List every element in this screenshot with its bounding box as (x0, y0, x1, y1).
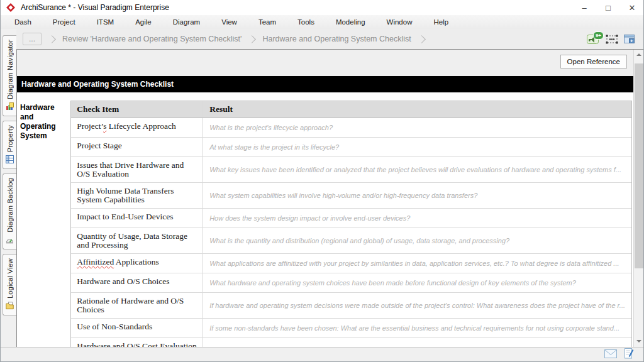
sidebar: Diagram Navigator Property Diagram Backl… (0, 29, 16, 347)
menu-modeling[interactable]: Modeling (325, 15, 376, 29)
chevron-right-icon (418, 35, 426, 43)
chevron-right-icon (248, 35, 257, 43)
menu-view[interactable]: View (211, 15, 248, 29)
result-cell[interactable]: How does the system design impact or inv… (203, 209, 631, 228)
breadcrumb: ... Review 'Hardware and Operating Syste… (16, 29, 644, 49)
menu-team[interactable]: Team (248, 15, 287, 29)
scrollbar-thumb[interactable] (635, 63, 643, 268)
check-item-cell[interactable]: Affinitized Applications (71, 254, 203, 273)
result-cell[interactable]: What is the project's lifecycle approach… (203, 118, 631, 137)
check-item-cell[interactable]: Quantity of Usage, Data Storage and Proc… (71, 228, 203, 253)
menu-diagram[interactable]: Diagram (162, 15, 211, 29)
table-row: Quantity of Usage, Data Storage and Proc… (71, 228, 631, 254)
close-button[interactable]: ✕ (620, 0, 644, 15)
table-row: Hardware and O/S Cost Evaluation Process… (71, 338, 631, 347)
breadcrumb-current-item[interactable]: Hardware and Operating System Checklist (262, 35, 411, 43)
panel-window-icon[interactable] (624, 35, 635, 44)
result-cell[interactable]: What is the quantity and distribution (r… (203, 228, 631, 253)
menu-help[interactable]: Help (423, 15, 459, 29)
logical-view-icon (6, 301, 14, 312)
breadcrumb-review-item[interactable]: Review 'Hardware and Operating System Ch… (62, 35, 242, 43)
table-row: Impact to End-User Devices How does the … (71, 209, 631, 228)
menu-project[interactable]: Project (42, 15, 86, 29)
fit-bounds-icon[interactable] (606, 35, 618, 44)
table-row: High Volume Data Transfers System Capabi… (71, 183, 631, 209)
chevron-right-icon (48, 35, 56, 43)
scroll-up-button[interactable] (634, 50, 644, 60)
column-header-check-item: Check Item (71, 101, 203, 118)
checklist-title-bar: Hardware and Operating System Checklist (17, 76, 633, 92)
check-item-cell[interactable]: High Volume Data Transfers System Capabi… (71, 183, 203, 208)
menu-window[interactable]: Window (376, 15, 423, 29)
mail-icon[interactable] (604, 349, 617, 361)
spellcheck-flag: Affinitized (77, 257, 114, 266)
result-cell[interactable]: What key issues have been identified or … (203, 157, 631, 182)
open-reference-button[interactable]: Open Reference (560, 55, 627, 69)
table-row: Affinitized Applications What applicatio… (71, 254, 631, 273)
check-item-cell[interactable]: Impact to End-User Devices (71, 209, 203, 228)
diagram-backlog-icon (6, 235, 14, 246)
sidebar-tab-diagram-backlog[interactable]: Diagram Backlog (3, 173, 16, 250)
window-title: ArchiSurance * - Visual Paradigm Enterpr… (21, 3, 169, 12)
menu-bar: Dash Project ITSM Agile Diagram View Tea… (0, 15, 644, 29)
check-item-cell[interactable]: Hardware and O/S Choices (71, 273, 203, 292)
result-cell[interactable]: If hardware and operating system decisio… (203, 293, 631, 318)
table-row: Issues that Drive Hardware and O/S Evalu… (71, 157, 631, 183)
sidebar-tab-logical-view[interactable]: Logical View (3, 254, 16, 315)
check-item-cell[interactable]: Project’s Lifecycle Approach (71, 118, 203, 137)
sidebar-tab-diagram-navigator[interactable]: Diagram Navigator (3, 35, 16, 116)
column-header-result: Result (203, 101, 631, 118)
title-bar: ArchiSurance * - Visual Paradigm Enterpr… (0, 0, 644, 15)
check-item-cell[interactable]: Rationale of Hardware and O/S Choices (71, 293, 203, 318)
main-panel: Open Reference Hardware and Operating Sy… (16, 49, 644, 347)
result-cell[interactable]: At what stage is the project in its life… (203, 138, 631, 156)
sidebar-tab-label: Diagram Backlog (6, 178, 14, 233)
table-row: Project Stage At what stage is the proje… (71, 138, 631, 157)
app-logo-icon (6, 3, 15, 12)
maximize-button[interactable]: □ (596, 0, 620, 15)
result-cell[interactable]: If some non-standards have been chosen: … (203, 319, 631, 337)
result-cell[interactable]: What hardware and operating system choic… (203, 273, 631, 292)
check-item-cell[interactable]: Project Stage (71, 138, 203, 156)
sidebar-tab-label: Logical View (6, 258, 14, 299)
menu-tools[interactable]: Tools (287, 15, 325, 29)
table-row: Hardware and O/S Choices What hardware a… (71, 273, 631, 293)
vertical-scrollbar[interactable] (633, 50, 644, 347)
breadcrumb-ellipsis[interactable]: ... (23, 33, 42, 45)
table-row: Project’s Lifecycle Approach What is the… (71, 118, 631, 138)
minimize-button[interactable]: – (572, 0, 596, 15)
check-item-cell[interactable]: Hardware and O/S Cost Evaluation Process (71, 338, 203, 347)
result-cell[interactable]: What is your process for evaluating full… (203, 338, 631, 347)
menu-dash[interactable]: Dash (4, 15, 42, 29)
property-grid-icon (6, 155, 14, 166)
section-label: Hardware and Operating System (17, 101, 70, 141)
checklist-body: Hardware and Operating System Check Item… (17, 92, 633, 347)
table-row: Use of Non-Standards If some non-standar… (71, 319, 631, 338)
diagram-navigator-icon (6, 102, 14, 113)
table-header-row: Check Item Result (71, 101, 631, 118)
sidebar-tab-property[interactable]: Property (3, 121, 16, 169)
checklist-table: Check Item Result Project’s Lifecycle Ap… (70, 101, 632, 347)
sidebar-tab-label: Property (6, 125, 14, 152)
result-cell[interactable]: What applications are affinitized with y… (203, 254, 631, 273)
result-cell[interactable]: What system capabilities will involve hi… (203, 183, 631, 208)
menu-agile[interactable]: Agile (125, 15, 162, 29)
notification-megaphone-icon[interactable]: 9+ (587, 34, 600, 45)
notification-badge: 9+ (593, 31, 604, 40)
check-item-cell[interactable]: Use of Non-Standards (71, 319, 203, 337)
check-item-cell[interactable]: Issues that Drive Hardware and O/S Evalu… (71, 157, 203, 182)
menu-itsm[interactable]: ITSM (86, 15, 125, 29)
document-toolbar: Open Reference (17, 50, 644, 76)
status-bar (0, 347, 644, 362)
edit-note-icon[interactable] (625, 348, 634, 361)
scroll-down-button[interactable] (634, 336, 644, 346)
sidebar-tab-label: Diagram Navigator (6, 40, 14, 99)
table-row: Rationale of Hardware and O/S Choices If… (71, 293, 631, 319)
